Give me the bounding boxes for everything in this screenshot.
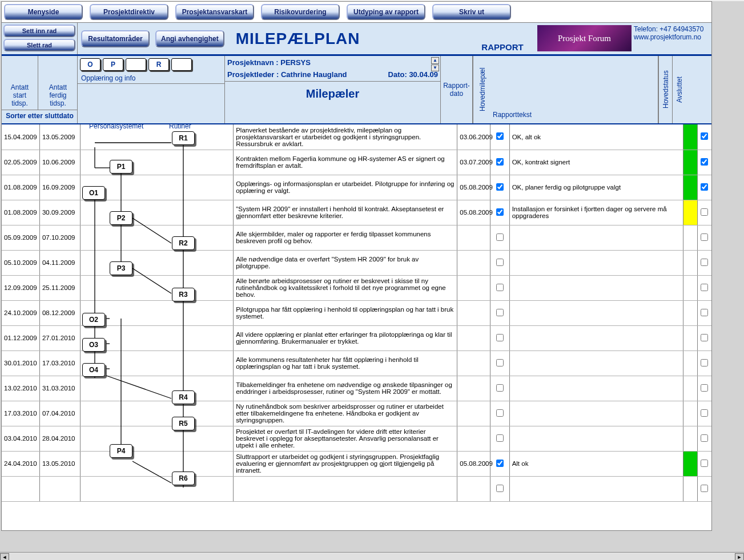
- hovedmilepael-checkbox[interactable]: [496, 208, 504, 216]
- avsluttet-checkbox[interactable]: [701, 460, 708, 467]
- rapporttekst-cell: OK, planer ferdig og pilotgruppe valgt: [509, 175, 683, 200]
- hovedmilepael-checkbox[interactable]: [496, 359, 504, 366]
- hovedmilepael-checkbox[interactable]: [496, 132, 504, 140]
- node-p1[interactable]: P1: [110, 160, 132, 174]
- end-date-cell: 07.04.2010: [39, 401, 81, 426]
- hovedstatus-cell: [683, 200, 697, 225]
- avsluttet-checkbox[interactable]: [701, 384, 708, 392]
- avsluttet-checkbox[interactable]: [701, 434, 708, 442]
- avsluttet-checkbox[interactable]: [701, 309, 708, 316]
- node-r5[interactable]: R5: [172, 417, 195, 430]
- node-r4[interactable]: R4: [172, 390, 195, 404]
- resultatomrader-button[interactable]: Resultatområder: [81, 30, 150, 47]
- rapport-date-cell: [457, 376, 490, 401]
- start-date-cell: [2, 476, 39, 501]
- node-r2[interactable]: R2: [172, 236, 195, 250]
- prosjektdirektiv-button[interactable]: Prosjektdirektiv: [90, 4, 168, 20]
- avsluttet-checkbox[interactable]: [701, 485, 708, 492]
- hovedstatus-cell: [683, 376, 697, 401]
- code-o[interactable]: O: [80, 58, 100, 71]
- prosjektansvarskart-button[interactable]: Prosjektansvarskart: [175, 4, 254, 20]
- horizontal-scrollbar[interactable]: ◄ ►: [0, 552, 744, 560]
- node-p2[interactable]: P2: [110, 211, 132, 225]
- hovedmilepael-checkbox[interactable]: [496, 183, 504, 191]
- node-p3[interactable]: P3: [110, 261, 132, 275]
- node-o1[interactable]: O1: [82, 186, 105, 200]
- avsluttet-checkbox[interactable]: [701, 183, 708, 191]
- start-date-cell: 13.02.2010: [2, 376, 39, 401]
- dato-value: 30.04.09: [409, 70, 438, 79]
- risikovurdering-button[interactable]: Risikovurdering: [261, 4, 340, 20]
- avsluttet-checkbox[interactable]: [701, 409, 708, 417]
- hovedstatus-cell: [683, 426, 697, 451]
- avsluttet-checkbox[interactable]: [701, 284, 708, 291]
- node-p4[interactable]: P4: [110, 444, 132, 458]
- description-cell: Alle nødvendige data er overført "System…: [234, 250, 457, 275]
- avsluttet-cell: [697, 225, 711, 250]
- rapport-date-cell: 05.08.2009: [457, 175, 490, 200]
- hovedmilepael-checkbox[interactable]: [496, 409, 504, 417]
- avsluttet-header: Avsluttet: [672, 56, 686, 123]
- code-blank2[interactable]: [171, 58, 192, 71]
- sett-inn-rad-button[interactable]: Sett inn rad: [3, 25, 75, 37]
- hovedstatus-cell: [683, 350, 697, 376]
- code-p[interactable]: P: [103, 58, 123, 71]
- scrollbar-track[interactable]: [9, 553, 735, 561]
- angi-avhengighet-button[interactable]: Angi avhengighet: [155, 30, 224, 47]
- hovedstatus-cell: [683, 451, 697, 476]
- code-r[interactable]: R: [148, 58, 169, 71]
- page-title: MILEPÆLPLAN: [236, 30, 360, 48]
- avsluttet-checkbox[interactable]: [701, 132, 708, 140]
- hovedmilepael-checkbox[interactable]: [496, 460, 504, 467]
- hovedmilepael-cell: [490, 250, 509, 275]
- rapport-date-cell: 03.07.2009: [457, 150, 490, 175]
- hovedmilepael-checkbox[interactable]: [496, 309, 504, 316]
- avsluttet-checkbox[interactable]: [701, 259, 708, 266]
- hovedmilepael-checkbox[interactable]: [496, 233, 504, 241]
- avsluttet-checkbox[interactable]: [701, 158, 708, 166]
- rapport-dato-header: Rapport-dato: [441, 56, 473, 123]
- contact-info: Telefon: +47 64943570 www.prosjektforum.…: [632, 23, 711, 54]
- description-cell: Ny rutinehåndbok som beskriver arbeidspr…: [234, 401, 457, 426]
- hovedmilepael-cell: [490, 401, 509, 426]
- spin-down-button[interactable]: ▼: [431, 65, 439, 71]
- spin-up-button[interactable]: ▲: [431, 57, 439, 64]
- avsluttet-cell: [697, 124, 711, 150]
- rapport-date-cell: [457, 350, 490, 376]
- hovedmilepael-checkbox[interactable]: [496, 334, 504, 341]
- end-date-cell: 13.05.2010: [39, 451, 81, 476]
- avsluttet-checkbox[interactable]: [701, 208, 708, 216]
- hovedstatus-cell: [683, 275, 697, 300]
- slett-rad-button[interactable]: Slett rad: [3, 39, 75, 51]
- menyside-button[interactable]: Menyside: [4, 4, 83, 20]
- avsluttet-cell: [697, 325, 711, 350]
- dato-label: Dato:: [388, 70, 407, 79]
- node-o3[interactable]: O3: [82, 338, 105, 352]
- sorter-sluttdato-button[interactable]: Sorter etter sluttdato: [2, 110, 78, 123]
- utdyping-button[interactable]: Utdyping av rapport: [347, 4, 425, 20]
- hovedstatus-cell: [683, 401, 697, 426]
- avsluttet-checkbox[interactable]: [701, 233, 708, 241]
- skriv-ut-button[interactable]: Skriv ut: [432, 4, 511, 20]
- hovedmilepael-checkbox[interactable]: [496, 259, 504, 266]
- node-r3[interactable]: R3: [172, 288, 195, 301]
- hovedmilepael-checkbox[interactable]: [496, 284, 504, 291]
- code-blank1[interactable]: [126, 58, 146, 71]
- avsluttet-checkbox[interactable]: [701, 334, 708, 341]
- hovedmilepael-cell: [490, 426, 509, 451]
- description-cell: Opplærings- og informasjonsplan er utarb…: [234, 175, 457, 200]
- rapport-label: RAPPORT: [477, 42, 528, 54]
- node-o2[interactable]: O2: [82, 313, 105, 327]
- hovedmilepael-checkbox[interactable]: [496, 384, 504, 392]
- hovedmilepael-checkbox[interactable]: [496, 158, 504, 166]
- scroll-right-button[interactable]: ►: [735, 553, 744, 561]
- scroll-left-button[interactable]: ◄: [0, 553, 9, 561]
- node-r1[interactable]: R1: [172, 131, 195, 145]
- avsluttet-checkbox[interactable]: [701, 359, 708, 366]
- hovedmilepael-checkbox[interactable]: [496, 434, 504, 442]
- node-r6[interactable]: R6: [172, 472, 195, 485]
- rapporttekst-cell: Installasjon er forsinket i fjortten dag…: [509, 200, 683, 225]
- start-date-cell: 02.05.2009: [2, 150, 39, 175]
- node-o4[interactable]: O4: [82, 363, 105, 377]
- hovedmilepael-checkbox[interactable]: [496, 485, 504, 492]
